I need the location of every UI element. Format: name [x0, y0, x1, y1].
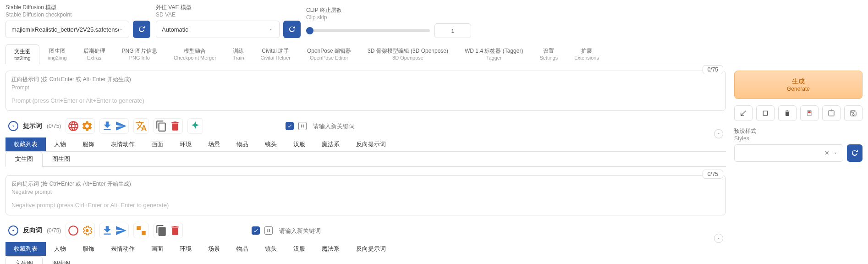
import-button[interactable]	[101, 120, 113, 132]
copy-icon	[155, 120, 167, 132]
sd-vae-value: Automatic	[162, 26, 188, 33]
clear-button[interactable]	[756, 105, 775, 121]
import-button[interactable]	[101, 225, 113, 236]
gear-button[interactable]	[81, 120, 93, 132]
square-icon	[762, 110, 769, 117]
save-button[interactable]	[844, 105, 863, 121]
category-tab[interactable]: 人物	[46, 138, 74, 151]
category-tab[interactable]: 画面	[143, 138, 171, 151]
tab-label-en: Civitai Helper	[261, 55, 291, 60]
gear-button[interactable]	[81, 225, 93, 236]
category-tab[interactable]: 镜头	[257, 242, 285, 256]
tab-img2img[interactable]: 图生图img2img	[39, 44, 75, 64]
category-tab[interactable]: 人物	[46, 242, 74, 256]
chevron-down-icon	[716, 132, 721, 136]
category-tab[interactable]: 收藏列表	[5, 138, 46, 151]
category-tab[interactable]: 环境	[171, 242, 200, 256]
category-tab[interactable]: 场景	[200, 242, 228, 256]
tab-checkpoint-merger[interactable]: 模型融合Checkpoint Merger	[165, 44, 225, 64]
category-tab[interactable]: 收藏列表	[5, 242, 46, 256]
keyword-input[interactable]	[311, 121, 723, 132]
category-tab[interactable]: 画面	[143, 242, 171, 256]
tab-label-en: Checkpoint Merger	[174, 55, 216, 60]
prompt-textarea[interactable]: 正向提示词 (按 Ctrl+Enter 或 Alt+Enter 开始生成) Pr…	[5, 71, 726, 111]
tab-extensions[interactable]: 扩展Extensions	[566, 44, 607, 64]
category-tab[interactable]: 反向提示词	[348, 138, 394, 151]
style-button[interactable]	[800, 105, 819, 121]
sd-vae-field: 外挂 VAE 模型 SD VAE Automatic	[156, 4, 301, 38]
slider-thumb[interactable]	[306, 27, 313, 34]
translate-button[interactable]	[135, 225, 147, 236]
negative-toolbar: 反向词 (0/75)	[5, 219, 726, 242]
trash-icon	[784, 110, 791, 117]
category-tab[interactable]: 魔法系	[313, 138, 348, 151]
globe-button[interactable]	[67, 225, 79, 236]
category-tab[interactable]: 场景	[200, 138, 228, 151]
generate-button[interactable]: 生成 Generate	[734, 71, 863, 99]
prompt-toolbar-label: 提示词	[23, 122, 42, 130]
svg-rect-3	[808, 111, 810, 113]
refresh-styles-button[interactable]	[847, 144, 863, 162]
sd-vae-dropdown[interactable]: Automatic	[156, 21, 280, 38]
category-tab[interactable]: 物品	[228, 242, 257, 256]
category-tab[interactable]: 服饰	[74, 138, 103, 151]
category-tab[interactable]: 汉服	[285, 138, 313, 151]
expand-toggle[interactable]	[714, 234, 723, 243]
copy-button[interactable]	[155, 225, 167, 236]
category-tab[interactable]: 反向提示词	[348, 242, 394, 256]
tab-label-cn: 文生图	[14, 48, 31, 55]
category-tab[interactable]: 物品	[228, 138, 257, 151]
column-icon	[264, 226, 273, 235]
keyword-input[interactable]	[277, 226, 723, 236]
negative-textarea[interactable]: 反向提示词 (按 Ctrl+Enter 或 Alt+Enter 开始生成) Ne…	[5, 175, 726, 215]
trash-button[interactable]	[778, 105, 797, 121]
arrow-button[interactable]	[734, 105, 753, 121]
tab-png-info[interactable]: PNG 图片信息PNG Info	[114, 44, 165, 64]
refresh-model-button[interactable]	[133, 21, 150, 38]
prompt-collapse-toggle[interactable]	[8, 121, 18, 131]
tab-txt2img[interactable]: 文生图txt2img	[5, 44, 39, 64]
tab-extras[interactable]: 后期处理Extras	[75, 44, 114, 64]
clipboard-button[interactable]	[822, 105, 841, 121]
category-tab[interactable]: 表情动作	[103, 138, 143, 151]
tab-settings[interactable]: 设置Settings	[531, 44, 566, 64]
sub-tab[interactable]: 图生图	[43, 256, 80, 264]
sub-tab[interactable]: 文生图	[5, 256, 43, 264]
clip-skip-slider[interactable]	[306, 29, 430, 32]
delete-button[interactable]	[169, 120, 181, 132]
refresh-vae-button[interactable]	[283, 21, 301, 38]
keyword-checkbox[interactable]	[286, 122, 294, 130]
clear-styles-button[interactable]: ×	[825, 149, 829, 157]
sub-tab[interactable]: 文生图	[5, 152, 43, 167]
send-icon	[115, 225, 127, 236]
sd-vae-label-cn: 外挂 VAE 模型	[156, 4, 301, 11]
tab-label-en: Train	[233, 55, 244, 60]
tab-label-cn: 3D 骨架模型编辑 (3D Openpose)	[368, 47, 448, 55]
negative-collapse-toggle[interactable]	[8, 226, 18, 236]
expand-toggle[interactable]	[714, 129, 723, 138]
clip-skip-input[interactable]	[434, 23, 471, 38]
send-button[interactable]	[115, 120, 127, 132]
sparkle-icon	[189, 120, 201, 132]
category-tab[interactable]: 魔法系	[313, 242, 348, 256]
category-tab[interactable]: 汉服	[285, 242, 313, 256]
styles-dropdown[interactable]: ×	[734, 144, 843, 162]
tab-tagger[interactable]: WD 1.4 标签器 (Tagger)Tagger	[456, 44, 531, 64]
sub-tab[interactable]: 图生图	[43, 152, 80, 166]
tab-civitai-helper[interactable]: Civitai 助手Civitai Helper	[253, 44, 299, 64]
category-tab[interactable]: 镜头	[257, 138, 285, 151]
category-tab[interactable]: 表情动作	[103, 242, 143, 256]
tab-3d-openpose[interactable]: 3D 骨架模型编辑 (3D Openpose)3D Openpose	[359, 44, 456, 64]
copy-button[interactable]	[155, 120, 167, 132]
sd-model-dropdown[interactable]: majicmixRealistic_betterV2V25.safetensor…	[5, 21, 129, 38]
keyword-checkbox[interactable]	[252, 226, 260, 235]
tab-openpose-editor[interactable]: OpenPose 编辑器OpenPose Editor	[299, 44, 359, 64]
send-button[interactable]	[115, 225, 127, 236]
tab-train[interactable]: 训练Train	[225, 44, 253, 64]
category-tab[interactable]: 服饰	[74, 242, 103, 256]
translate-button[interactable]	[135, 120, 147, 132]
category-tab[interactable]: 环境	[171, 138, 200, 151]
globe-button[interactable]	[67, 120, 79, 132]
delete-button[interactable]	[169, 225, 181, 236]
ai-button[interactable]	[189, 120, 201, 132]
